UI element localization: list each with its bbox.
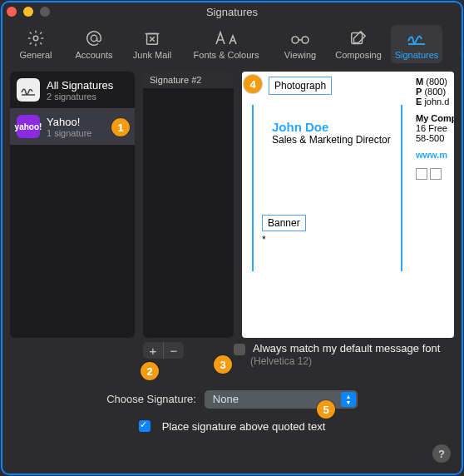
annotation-4: 4 (244, 75, 262, 93)
annotation-3: 3 (214, 355, 232, 374)
tab-fonts[interactable]: Fonts & Colours (185, 25, 268, 63)
choose-signature-label: Choose Signature: (106, 393, 196, 405)
help-button[interactable]: ? (432, 444, 451, 463)
tab-composing[interactable]: Composing (333, 25, 384, 63)
yahoo-icon: yahoo! (17, 115, 40, 138)
glasses-icon (289, 28, 311, 48)
annotation-1: 1 (111, 118, 130, 136)
tab-signatures[interactable]: Signatures (391, 25, 442, 63)
tab-junk[interactable]: Junk Mail (126, 25, 178, 63)
banner-placeholder: Banner (262, 215, 306, 231)
window-title: Signatures (0, 6, 464, 18)
choose-signature-value: None (213, 393, 239, 405)
svg-point-3 (292, 37, 299, 43)
signature-preview: 4 Photograph John Doe Sales & Marketing … (242, 72, 454, 338)
account-name: Yahoo! (47, 116, 91, 128)
svg-point-4 (302, 37, 309, 43)
titlebar: Signatures (0, 0, 464, 22)
annotation-2: 2 (141, 362, 159, 380)
tab-general[interactable]: General (10, 25, 62, 63)
place-above-label: Place signature above quoted text (162, 420, 326, 433)
content-area: All Signatures 2 signatures yahoo! Yahoo… (0, 68, 464, 338)
account-all-signatures[interactable]: All Signatures 2 signatures (10, 72, 135, 108)
svg-point-1 (91, 35, 96, 41)
signature-icon (406, 28, 427, 48)
compose-icon (349, 28, 368, 48)
match-font-label: Always match my default message font (253, 342, 440, 355)
divider-icon (252, 105, 254, 271)
add-remove-signature: + − (143, 342, 184, 359)
remove-signature-button[interactable]: − (163, 342, 184, 359)
account-sub: 1 signature (47, 128, 91, 138)
at-icon (85, 28, 103, 48)
place-above-checkbox[interactable] (139, 420, 151, 432)
annotation-5: 5 (317, 400, 335, 419)
signatures-list: Signature #2 (143, 72, 234, 338)
account-yahoo[interactable]: yahoo! Yahoo! 1 signature 1 (10, 108, 135, 145)
photograph-placeholder: Photograph (269, 77, 332, 95)
popup-arrows-icon: ▲▼ (341, 392, 356, 407)
match-font-sublabel: (Helvetica 12) (250, 355, 440, 367)
trash-x-icon (143, 28, 161, 48)
svg-point-0 (33, 36, 38, 41)
accounts-list: All Signatures 2 signatures yahoo! Yahoo… (10, 72, 135, 338)
tab-accounts[interactable]: Accounts (68, 25, 120, 63)
add-signature-button[interactable]: + (143, 342, 163, 359)
divider-icon (401, 105, 402, 271)
preferences-toolbar: General Accounts Junk Mail Fonts & Colou… (0, 22, 464, 68)
gear-icon (27, 28, 45, 48)
tab-rules[interactable]: Rules (449, 25, 464, 63)
account-sub: 2 signatures (47, 92, 113, 102)
signature-item[interactable]: Signature #2 (143, 72, 234, 88)
signature-item-icon (17, 78, 40, 102)
account-name: All Signatures (47, 79, 113, 92)
signature-contact-block: M (800) P (800) E john.d My Company 16 F… (416, 77, 454, 180)
match-font-checkbox[interactable] (234, 344, 245, 355)
fonts-icon (214, 28, 239, 48)
tab-viewing[interactable]: Viewing (274, 25, 326, 63)
